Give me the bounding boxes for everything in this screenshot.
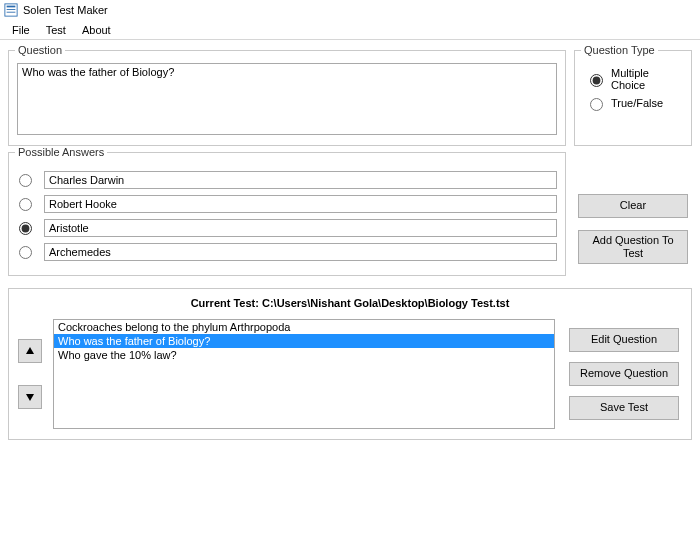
answer-input-0[interactable] — [44, 171, 557, 189]
titlebar: Solen Test Maker — [0, 0, 700, 20]
clear-button[interactable]: Clear — [578, 194, 688, 218]
question-group: Question Who was the father of Biology? — [8, 50, 566, 146]
answers-group: Possible Answers — [8, 152, 566, 276]
arrow-down-icon — [25, 392, 35, 402]
save-test-button[interactable]: Save Test — [569, 396, 679, 420]
radio-multiple-choice-input[interactable] — [590, 74, 603, 87]
svg-marker-5 — [26, 394, 34, 401]
menu-about[interactable]: About — [74, 22, 119, 38]
app-icon — [4, 3, 18, 17]
radio-multiple-choice-label: Multiple Choice — [611, 67, 681, 91]
current-test-group: Current Test: C:\Users\Nishant Gola\Desk… — [8, 288, 692, 440]
move-up-button[interactable] — [18, 339, 42, 363]
arrow-up-icon — [25, 346, 35, 356]
list-item[interactable]: Who was the father of Biology? — [54, 334, 554, 348]
answer-row-0 — [17, 171, 557, 189]
answer-input-2[interactable] — [44, 219, 557, 237]
current-test-buttons: Edit Question Remove Question Save Test — [565, 319, 683, 429]
answers-legend: Possible Answers — [15, 146, 107, 158]
radio-true-false-input[interactable] — [590, 98, 603, 111]
svg-rect-3 — [7, 12, 16, 13]
current-test-title: Current Test: C:\Users\Nishant Gola\Desk… — [17, 297, 683, 309]
add-question-button[interactable]: Add Question To Test — [578, 230, 688, 264]
answer-row-2 — [17, 219, 557, 237]
question-textarea[interactable]: Who was the father of Biology? — [17, 63, 557, 135]
answer-input-1[interactable] — [44, 195, 557, 213]
arrow-column — [17, 319, 43, 429]
move-down-button[interactable] — [18, 385, 42, 409]
list-item[interactable]: Who gave the 10% law? — [54, 348, 554, 362]
answer-row-3 — [17, 243, 557, 261]
svg-rect-2 — [7, 9, 16, 10]
remove-question-button[interactable]: Remove Question — [569, 362, 679, 386]
radio-true-false-label: True/False — [611, 97, 663, 109]
current-test-label-prefix: Current Test: — [191, 297, 262, 309]
menubar: File Test About — [0, 20, 700, 40]
svg-rect-1 — [7, 6, 16, 8]
question-type-legend: Question Type — [581, 44, 658, 56]
answer-radio-2[interactable] — [19, 222, 32, 235]
question-type-group: Question Type Multiple Choice True/False — [574, 50, 692, 146]
edit-question-button[interactable]: Edit Question — [569, 328, 679, 352]
answer-radio-1[interactable] — [19, 198, 32, 211]
menu-file[interactable]: File — [4, 22, 38, 38]
question-legend: Question — [15, 44, 65, 56]
answer-input-3[interactable] — [44, 243, 557, 261]
answer-row-1 — [17, 195, 557, 213]
app-title: Solen Test Maker — [23, 4, 108, 16]
radio-true-false[interactable]: True/False — [585, 95, 681, 111]
answer-radio-3[interactable] — [19, 246, 32, 259]
menu-test[interactable]: Test — [38, 22, 74, 38]
side-buttons: Clear Add Question To Test — [574, 146, 692, 276]
answer-radio-0[interactable] — [19, 174, 32, 187]
svg-marker-4 — [26, 347, 34, 354]
questions-listbox[interactable]: Cockroaches belong to the phylum Arthrpo… — [53, 319, 555, 429]
list-item[interactable]: Cockroaches belong to the phylum Arthrpo… — [54, 320, 554, 334]
radio-multiple-choice[interactable]: Multiple Choice — [585, 67, 681, 91]
current-test-path: C:\Users\Nishant Gola\Desktop\Biology Te… — [262, 297, 509, 309]
